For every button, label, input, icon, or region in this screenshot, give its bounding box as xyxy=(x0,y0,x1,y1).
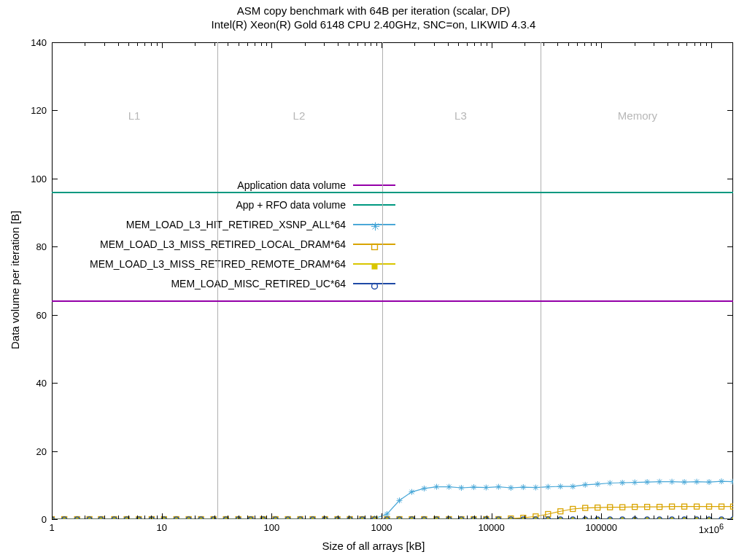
x-minor-tick xyxy=(305,516,306,519)
cache-divider xyxy=(541,42,541,519)
x-tick-mark xyxy=(601,513,602,519)
x-minor-tick xyxy=(324,42,325,46)
x-minor-tick xyxy=(654,516,654,519)
legend-entry: MEM_LOAD_MISC_RETIRED_UC*64 xyxy=(60,273,395,293)
x-minor-tick xyxy=(255,42,255,46)
legend-label: MEM_LOAD_L3_HIT_RETIRED_XSNP_ALL*64 xyxy=(126,219,353,230)
x-minor-tick xyxy=(434,42,435,46)
x-minor-tick xyxy=(157,42,158,46)
svg-rect-4 xyxy=(372,244,378,249)
legend-sample xyxy=(353,258,395,270)
y-tick-label: 80 xyxy=(18,241,47,252)
x-minor-tick xyxy=(371,516,371,519)
x-minor-tick xyxy=(434,516,435,519)
x-minor-tick xyxy=(686,516,687,519)
x-tick-label: 1 xyxy=(49,522,54,533)
y-tick-mark xyxy=(52,42,58,43)
x-minor-tick xyxy=(104,516,105,519)
x-minor-tick xyxy=(474,516,475,519)
x-minor-tick xyxy=(481,516,481,519)
x-minor-tick xyxy=(266,516,267,519)
y-tick-mark xyxy=(52,110,58,111)
y-tick-mark xyxy=(52,383,58,384)
x-minor-tick xyxy=(151,516,152,519)
x-minor-tick xyxy=(376,42,377,46)
x-minor-tick xyxy=(365,516,365,519)
x-minor-tick xyxy=(365,42,365,46)
x-tick-label: 100000 xyxy=(586,522,617,533)
y-tick-mark xyxy=(52,519,58,520)
y-tick-mark xyxy=(727,451,733,452)
x-tick-mark xyxy=(271,513,272,519)
svg-rect-5 xyxy=(372,263,378,269)
x-minor-tick xyxy=(239,516,239,519)
x-minor-tick xyxy=(678,516,679,519)
x-minor-tick xyxy=(568,42,569,46)
y-tick-mark xyxy=(52,451,58,452)
x-minor-tick xyxy=(255,516,255,519)
open-square-icon xyxy=(371,241,378,247)
x-tick-mark xyxy=(52,513,53,519)
x-tick-mark xyxy=(711,42,712,48)
x-minor-tick xyxy=(481,42,481,46)
x-minor-tick xyxy=(214,516,215,519)
y-tick-label: 40 xyxy=(18,378,47,389)
x-minor-tick xyxy=(85,516,85,519)
cache-region-label: L2 xyxy=(293,109,306,122)
x-minor-tick xyxy=(694,42,695,46)
legend-sample xyxy=(353,219,395,230)
x-minor-tick xyxy=(128,516,129,519)
x-minor-tick xyxy=(266,42,267,46)
y-tick-label: 120 xyxy=(18,105,47,116)
x-minor-tick xyxy=(357,42,358,46)
x-tick-mark xyxy=(271,42,272,48)
y-tick-mark xyxy=(727,383,733,384)
x-minor-tick xyxy=(144,42,145,46)
x-minor-tick xyxy=(338,42,338,46)
y-tick-mark xyxy=(727,179,733,179)
x-tick-mark xyxy=(492,513,492,519)
x-tick-mark xyxy=(492,42,492,48)
x-minor-tick xyxy=(414,42,415,46)
cache-region-label: Memory xyxy=(618,109,657,122)
x-minor-tick xyxy=(261,516,262,519)
x-minor-tick xyxy=(214,42,215,46)
x-minor-tick xyxy=(157,516,158,519)
x-minor-tick xyxy=(700,42,701,46)
x-minor-tick xyxy=(118,42,119,46)
legend-entry: MEM_LOAD_L3_MISS_RETIRED_LOCAL_DRAM*64 xyxy=(60,234,395,254)
x-minor-tick xyxy=(228,516,228,519)
x-minor-tick xyxy=(577,516,578,519)
solid-square-icon xyxy=(371,260,378,267)
x-minor-tick xyxy=(557,516,558,519)
x-minor-tick xyxy=(525,42,525,46)
x-minor-tick xyxy=(543,516,544,519)
x-minor-tick xyxy=(591,516,592,519)
x-minor-tick xyxy=(596,516,597,519)
legend-label: MEM_LOAD_L3_MISS_RETIRED_REMOTE_DRAM*64 xyxy=(90,258,353,270)
cache-region-label: L1 xyxy=(128,109,141,122)
chart-title: ASM copy benchmark with 64B per iteratio… xyxy=(0,4,747,18)
legend-label: MEM_LOAD_MISC_RETIRED_UC*64 xyxy=(171,278,353,289)
x-minor-tick xyxy=(694,516,695,519)
x-tick-mark xyxy=(162,513,163,519)
x-minor-tick xyxy=(144,516,145,519)
x-minor-tick xyxy=(338,516,338,519)
x-minor-tick xyxy=(686,42,687,46)
y-axis-label: Data volume per iteration [B] xyxy=(9,211,21,349)
x-minor-tick xyxy=(584,42,585,46)
x-minor-tick xyxy=(357,516,358,519)
legend-label: MEM_LOAD_L3_MISS_RETIRED_LOCAL_DRAM*64 xyxy=(100,238,353,250)
x-minor-tick xyxy=(448,42,449,46)
x-minor-tick xyxy=(247,516,248,519)
y-tick-mark xyxy=(727,42,733,43)
y-tick-mark xyxy=(727,110,733,111)
legend-sample xyxy=(353,278,395,289)
x-tick-mark xyxy=(162,42,163,48)
reference-line xyxy=(52,192,733,193)
y-tick-mark xyxy=(727,519,733,520)
x-minor-tick xyxy=(305,42,306,46)
x-minor-tick xyxy=(667,42,668,46)
x-tick-mark xyxy=(711,513,712,519)
reference-line xyxy=(52,300,733,302)
